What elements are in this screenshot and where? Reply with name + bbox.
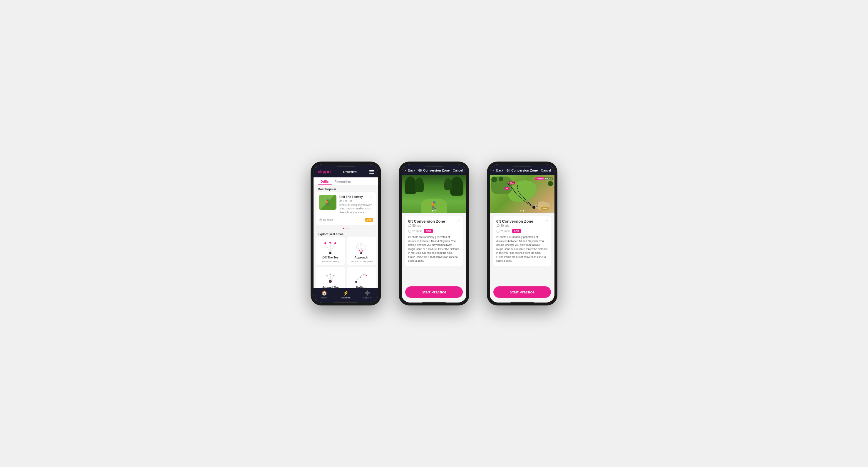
tab-favourites[interactable]: Favourites: [332, 177, 354, 185]
bottom-nav: 🏠 Home ⚡ Activities ➕ Capture: [313, 288, 378, 302]
drill-yardage-3: 10-50 yds: [496, 224, 548, 227]
ott-desc: Power accuracy: [322, 260, 339, 263]
approach-diagram: [352, 240, 370, 255]
drill-detail-name: 6ft Conversion Zone ♡: [408, 219, 460, 224]
cancel-button-3[interactable]: Cancel: [541, 169, 551, 172]
clock-icon-2: [408, 230, 411, 233]
drill-yardage: 10-50 yds: [408, 224, 460, 227]
phone3-content: 6ft Conversion Zone ♡ 10-50 yds 20 shots…: [490, 213, 555, 282]
capture-label: Capture: [363, 296, 371, 299]
clock-icon-3: [496, 230, 499, 233]
header-title: Practice: [343, 170, 357, 174]
svg-point-19: [333, 275, 335, 276]
image-dots: [432, 210, 436, 211]
sand-map-label: SAND: [541, 207, 549, 210]
phone3-header: < Back 6ft Conversion Zone Cancel: [490, 165, 555, 175]
ott-name: Off The Tee: [322, 256, 338, 259]
skill-grid: Off The Tee Power accuracy: [313, 237, 378, 288]
phone2-header: < Back 6ft Conversion Zone Cancel: [402, 165, 466, 175]
menu-icon[interactable]: [369, 170, 374, 174]
drill-description: 20 shots are randomly generated at dista…: [408, 235, 460, 263]
cancel-button[interactable]: Cancel: [453, 169, 463, 172]
detail-title: 6ft Conversion Zone: [418, 169, 450, 172]
shots-info: 20 shots: [408, 230, 422, 233]
tab-drills[interactable]: Drills: [318, 177, 332, 185]
img-dot-3-1: [520, 210, 522, 211]
svg-point-25: [366, 275, 367, 276]
svg-point-6: [329, 252, 332, 254]
img-dot-3-2: [523, 210, 524, 211]
drill-thumbnail: 🏌️: [319, 195, 336, 210]
back-button[interactable]: < Back: [405, 169, 415, 172]
phone-3-screen: < Back 6ft Conversion Zone Cancel: [490, 165, 555, 302]
clock-icon: [319, 219, 322, 222]
skill-putting[interactable]: Putting Make and lag practice: [347, 267, 376, 288]
drill-name: Find The Fairway: [339, 195, 373, 199]
approach-name: Approach: [354, 256, 368, 259]
tree-1: [405, 176, 416, 194]
putting-name: Putting: [356, 286, 366, 288]
shots-info-3: 20 shots: [496, 230, 510, 233]
drill-info: Find The Fairway Off The Tee Create an i…: [339, 195, 373, 214]
featured-drill-card[interactable]: 🏌️ Find The Fairway Off The Tee Create a…: [316, 192, 376, 225]
image-dots-3: [520, 210, 524, 211]
fav-icon-3[interactable]: ♡: [545, 219, 548, 223]
carousel-dots: [313, 227, 378, 230]
phone-2-screen: < Back 6ft Conversion Zone Cancel: [402, 165, 466, 302]
nav-capture[interactable]: ➕ Capture: [357, 290, 378, 299]
svg-point-18: [330, 274, 331, 275]
phone1-content: Most Popular 🏌️ Find The Fairway Off The…: [313, 185, 378, 288]
skill-off-the-tee[interactable]: Off The Tee Power accuracy: [316, 237, 345, 265]
phones-container: clippd Practice Drills Favourites Most P…: [311, 162, 557, 305]
miss-label: Miss: [509, 181, 515, 185]
drill-map: FAIRWAY ROUGH Hit Miss SAND 🏌️: [490, 175, 555, 213]
drill-thumb-bg: 🏌️: [319, 195, 336, 210]
map-golfer: 🏌️: [535, 203, 540, 207]
phone2-bottom: Start Practice: [402, 282, 466, 302]
drill-sub: Off The Tee: [339, 199, 373, 203]
start-practice-button-3[interactable]: Start Practice: [493, 287, 551, 298]
svg-point-17: [326, 275, 328, 276]
explore-label: Explore skill areas: [313, 230, 378, 237]
capture-icon: ➕: [364, 290, 370, 296]
phone-1-screen: clippd Practice Drills Favourites Most P…: [313, 165, 378, 302]
fav-icon[interactable]: ♡: [457, 219, 460, 223]
tree-2: [415, 177, 424, 192]
drill-detail-header-3: 6ft Conversion Zone ♡ 10-50 yds 20 shots…: [493, 216, 551, 266]
nav-home[interactable]: 🏠 Home: [313, 290, 335, 299]
tabs-bar: Drills Favourites: [313, 177, 378, 185]
img-dot-1: [432, 210, 433, 211]
rough-map-label: ROUGH: [544, 177, 553, 180]
svg-point-5: [334, 242, 336, 244]
svg-point-13: [360, 252, 362, 254]
back-button-3[interactable]: < Back: [493, 169, 503, 172]
skill-around-the-green[interactable]: Around The Green Hone your short game: [316, 267, 345, 288]
nav-activities[interactable]: ⚡ Activities: [335, 290, 356, 299]
drill-tag-badge: ARG: [424, 229, 433, 233]
atg-diagram: [322, 270, 339, 285]
tree-3: [450, 176, 463, 196]
atg-name: Around The Green: [318, 286, 343, 288]
dot-3: [348, 228, 349, 229]
activities-icon: ⚡: [343, 290, 349, 296]
drill-tag: OTT: [365, 218, 373, 222]
phone1-header: clippd Practice: [313, 165, 378, 177]
putting-diagram: [352, 270, 370, 285]
hit-label: Hit: [504, 187, 509, 190]
svg-point-24: [363, 274, 364, 275]
home-label: Home: [321, 296, 327, 299]
favourite-icon[interactable]: ♡: [370, 195, 373, 198]
svg-point-3: [324, 242, 326, 244]
skill-approach[interactable]: Approach Dial-in to hit the green: [347, 237, 376, 265]
start-practice-button[interactable]: Start Practice: [405, 287, 463, 298]
svg-point-22: [355, 281, 357, 283]
golf-map-bg: FAIRWAY ROUGH Hit Miss SAND 🏌️: [490, 175, 555, 213]
drill-meta-3: 20 shots ARG: [496, 229, 548, 233]
app-logo: clippd: [318, 169, 331, 174]
drill-tag-badge-3: ARG: [512, 229, 521, 233]
drill-meta: 20 shots ARG: [408, 229, 460, 233]
ott-diagram: [322, 240, 339, 255]
shots-count: 10 shots: [319, 219, 333, 222]
phone-2: < Back 6ft Conversion Zone Cancel: [399, 162, 469, 305]
svg-point-9: [360, 246, 362, 248]
